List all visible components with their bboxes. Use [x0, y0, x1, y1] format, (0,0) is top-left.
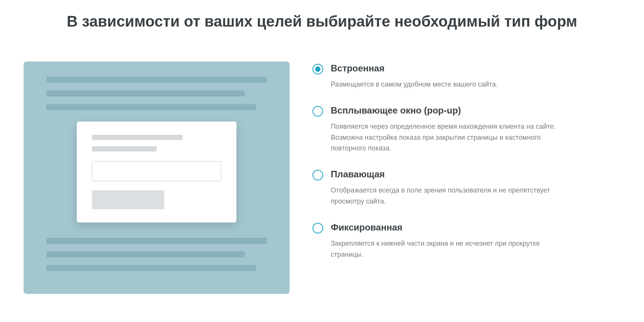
option-description: Закрепляется к нижней части экрана и не …	[331, 238, 566, 260]
option-description: Отображается всегда в поле зрения пользо…	[331, 185, 566, 207]
preview-form-button	[92, 190, 164, 209]
option-title: Плавающая	[331, 169, 620, 180]
preview-text-line	[46, 251, 245, 257]
preview-form-line	[92, 135, 182, 140]
preview-text-line	[46, 104, 256, 110]
option-title: Фиксированная	[331, 222, 620, 233]
preview-text-line	[46, 265, 256, 271]
option-title: Всплывающее окно (pop-up)	[331, 105, 620, 116]
preview-text-line	[46, 77, 267, 83]
option-description: Размещается в самом удобном месте вашего…	[331, 79, 566, 90]
page-heading: В зависимости от ваших целей выбирайте н…	[56, 11, 588, 31]
radio-icon	[312, 223, 323, 234]
option-fixed[interactable]: Фиксированная Закрепляется к нижней част…	[312, 222, 620, 260]
radio-icon	[312, 106, 323, 117]
option-floating[interactable]: Плавающая Отображается всегда в поле зре…	[312, 169, 620, 207]
option-title: Встроенная	[331, 63, 620, 74]
preview-form-input	[92, 161, 221, 181]
preview-text-line	[46, 238, 267, 244]
form-type-options: Встроенная Размещается в самом удобном м…	[312, 62, 620, 275]
radio-icon	[312, 170, 323, 180]
option-popup[interactable]: Всплывающее окно (pop-up) Появляется чер…	[312, 105, 620, 154]
preview-text-line	[46, 90, 245, 96]
radio-icon	[312, 64, 323, 74]
preview-form-card	[77, 122, 236, 223]
option-embedded[interactable]: Встроенная Размещается в самом удобном м…	[312, 63, 620, 90]
form-preview	[24, 62, 290, 294]
preview-form-line	[92, 146, 157, 152]
option-description: Появляется через определенное время нахо…	[331, 121, 566, 154]
